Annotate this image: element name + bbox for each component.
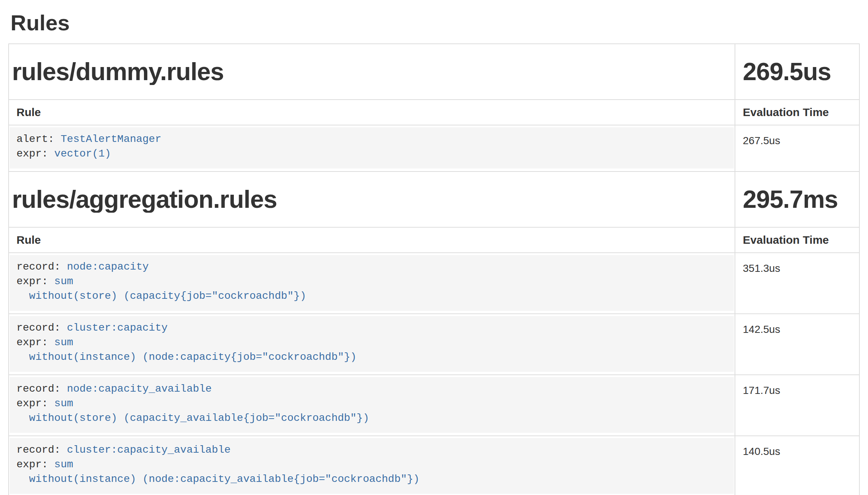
- rule-row: record: node:capacityexpr: sum without(s…: [9, 253, 859, 314]
- rule-keyword: [16, 290, 29, 302]
- rules-table-body: rules/dummy.rules 269.5us Rule Evaluatio…: [9, 44, 859, 495]
- rule-expression-link[interactable]: TestAlertManager: [61, 133, 162, 145]
- rule-column-header: Rule: [9, 227, 735, 253]
- evaluation-time-column-header: Evaluation Time: [735, 227, 859, 253]
- rule-eval-time: 140.5us: [735, 436, 859, 495]
- rule-code-line: without(store) (capacity_available{job="…: [16, 411, 726, 425]
- rule-keyword: expr:: [16, 337, 54, 348]
- rule-code-line: expr: sum: [16, 274, 726, 289]
- rule-expression-link[interactable]: without(instance) (node:capacity_availab…: [29, 473, 420, 485]
- rule-code-line: record: node:capacity: [16, 259, 726, 274]
- rule-expression-link[interactable]: cluster:capacity: [67, 322, 168, 334]
- rule-group-eval-time: 295.7ms: [743, 186, 852, 213]
- rule-definition-cell: alert: TestAlertManagerexpr: vector(1): [9, 125, 735, 171]
- rule-row: alert: TestAlertManagerexpr: vector(1) 2…: [9, 125, 859, 171]
- rule-code-line: record: cluster:capacity: [16, 321, 726, 335]
- rule-eval-time: 351.3us: [735, 253, 859, 314]
- rule-keyword: [16, 351, 29, 363]
- rule-group-eval-cell: 295.7ms: [735, 171, 859, 227]
- rule-group-file: rules/aggregation.rules: [12, 186, 727, 213]
- rule-definition-cell: record: cluster:capacity_availableexpr: …: [9, 436, 735, 495]
- rule-row: record: cluster:capacity_availableexpr: …: [9, 436, 859, 495]
- rule-expression-link[interactable]: vector(1): [54, 148, 111, 160]
- rule-expression-link[interactable]: sum: [54, 337, 73, 348]
- rule-eval-time: 142.5us: [735, 314, 859, 375]
- rule-code: alert: TestAlertManagerexpr: vector(1): [10, 127, 734, 168]
- rule-code-line: alert: TestAlertManager: [16, 132, 726, 146]
- rule-row: record: node:capacity_availableexpr: sum…: [9, 375, 859, 436]
- rule-code: record: node:capacityexpr: sum without(s…: [10, 255, 734, 311]
- rule-keyword: expr:: [16, 398, 54, 409]
- rule-group-header-row: rules/dummy.rules 269.5us: [9, 44, 859, 100]
- rule-keyword: record:: [16, 444, 67, 456]
- rule-code: record: cluster:capacity_availableexpr: …: [10, 438, 734, 494]
- rule-keyword: [16, 473, 29, 485]
- rule-keyword: expr:: [16, 276, 54, 287]
- column-header-row: Rule Evaluation Time: [9, 227, 859, 253]
- rule-keyword: expr:: [16, 459, 54, 470]
- rule-code-line: expr: sum: [16, 396, 726, 411]
- rule-group-eval-time: 269.5us: [743, 58, 852, 85]
- rule-definition-cell: record: cluster:capacityexpr: sum withou…: [9, 314, 735, 375]
- rule-code-line: without(instance) (node:capacity{job="co…: [16, 350, 726, 364]
- rule-expression-link[interactable]: sum: [54, 276, 73, 287]
- rule-definition-cell: record: node:capacityexpr: sum without(s…: [9, 253, 735, 314]
- rule-definition-cell: record: node:capacity_availableexpr: sum…: [9, 375, 735, 436]
- rules-page: Rules rules/dummy.rules 269.5us Rule Eva…: [0, 10, 868, 495]
- rule-keyword: expr:: [16, 148, 54, 160]
- column-header-row: Rule Evaluation Time: [9, 100, 859, 125]
- rule-expression-link[interactable]: cluster:capacity_available: [67, 444, 230, 456]
- evaluation-time-column-header: Evaluation Time: [735, 100, 859, 125]
- rule-eval-time: 171.7us: [735, 375, 859, 436]
- rule-expression-link[interactable]: without(store) (capacity_available{job="…: [29, 412, 369, 424]
- rule-code-line: without(instance) (node:capacity_availab…: [16, 472, 726, 486]
- rule-code-line: record: node:capacity_available: [16, 382, 726, 396]
- rule-expression-link[interactable]: sum: [54, 459, 73, 470]
- rule-expression-link[interactable]: node:capacity_available: [67, 383, 211, 395]
- rule-keyword: record:: [16, 261, 67, 273]
- rule-group-file: rules/dummy.rules: [12, 58, 727, 85]
- rule-keyword: record:: [16, 383, 67, 395]
- rule-expression-link[interactable]: without(instance) (node:capacity{job="co…: [29, 351, 357, 363]
- rule-group-eval-cell: 269.5us: [735, 44, 859, 100]
- rule-code-line: expr: vector(1): [16, 146, 726, 161]
- rule-keyword: [16, 412, 29, 424]
- rule-expression-link[interactable]: sum: [54, 398, 73, 409]
- rule-group-file-cell: rules/dummy.rules: [9, 44, 735, 100]
- rule-column-header: Rule: [9, 100, 735, 125]
- rule-code-line: expr: sum: [16, 457, 726, 472]
- rule-code-line: expr: sum: [16, 335, 726, 350]
- rule-group-file-cell: rules/aggregation.rules: [9, 171, 735, 227]
- rule-expression-link[interactable]: node:capacity: [67, 261, 148, 273]
- page-title: Rules: [10, 10, 860, 35]
- rule-code-line: record: cluster:capacity_available: [16, 443, 726, 457]
- rule-code-line: without(store) (capacity{job="cockroachd…: [16, 289, 726, 303]
- rule-code: record: cluster:capacityexpr: sum withou…: [10, 316, 734, 372]
- rule-eval-time: 267.5us: [735, 125, 859, 171]
- rule-keyword: record:: [16, 322, 67, 334]
- rule-code: record: node:capacity_availableexpr: sum…: [10, 377, 734, 433]
- rule-row: record: cluster:capacityexpr: sum withou…: [9, 314, 859, 375]
- rule-expression-link[interactable]: without(store) (capacity{job="cockroachd…: [29, 290, 306, 302]
- rule-group-header-row: rules/aggregation.rules 295.7ms: [9, 171, 859, 227]
- rule-keyword: alert:: [16, 133, 61, 145]
- rules-table: rules/dummy.rules 269.5us Rule Evaluatio…: [8, 43, 860, 495]
